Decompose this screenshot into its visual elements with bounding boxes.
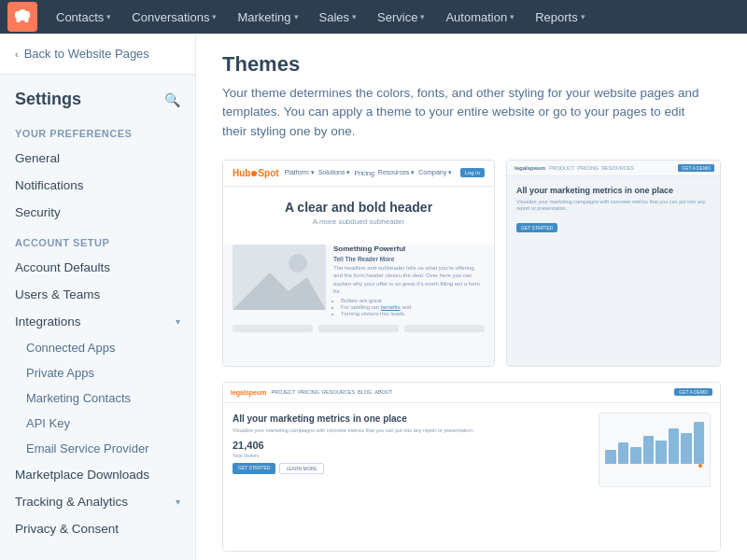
bar-5 — [655, 441, 667, 464]
preview-right-cta-btn: GET A DEMO — [678, 164, 714, 172]
chart-highlight-dot — [698, 464, 702, 468]
service-chevron: ▾ — [420, 12, 425, 21]
theme-row-2: legalspeum PROJECT PRICING RESOURCES BLO… — [222, 382, 721, 552]
svg-point-1 — [289, 254, 307, 273]
footer-bar-1 — [233, 325, 313, 332]
chart-bars — [603, 417, 706, 464]
preview-content: Something Powerful Tell The Reader More … — [223, 245, 494, 318]
automation-chevron: ▾ — [510, 12, 514, 21]
sidebar-header: Settings 🔍 — [0, 75, 195, 117]
hubspot-logo[interactable] — [7, 2, 37, 32]
sidebar-item-marketplace-downloads[interactable]: Marketplace Downloads — [0, 461, 195, 488]
settings-title: Settings — [15, 90, 81, 109]
theme-preview-large: HubSpot Platform ▾ Solutions ▾ Pricing R… — [223, 161, 494, 366]
preview2-secondary-btn: LEARN MORE — [279, 463, 323, 474]
preview2-logo: legalspeum — [231, 389, 267, 396]
nav-item-automation[interactable]: Automation ▾ — [436, 5, 524, 30]
preview2-left: All your marketing metrics in one place … — [233, 413, 589, 487]
bar-8 — [694, 422, 705, 464]
preview-image — [233, 245, 326, 310]
preview-navbar: HubSpot Platform ▾ Solutions ▾ Pricing R… — [223, 161, 494, 187]
back-chevron-icon: ‹ — [15, 49, 19, 60]
sidebar-item-general[interactable]: General — [0, 145, 195, 172]
theme-card-2[interactable]: legalspeum PRODUCT PRICING RESOURCES GET… — [506, 160, 721, 367]
preview-right-badge: GET STARTED — [516, 223, 557, 232]
nav-item-contacts[interactable]: Contacts ▾ — [47, 5, 120, 30]
theme-preview-full: legalspeum PROJECT PRICING RESOURCES BLO… — [223, 383, 720, 551]
preview-right-logo: legalspeum — [514, 165, 545, 171]
sidebar-item-account-defaults[interactable]: Account Defaults — [0, 254, 195, 281]
footer-bar-3 — [404, 325, 485, 332]
sales-chevron: ▾ — [352, 12, 357, 21]
sidebar-item-security[interactable]: Security — [0, 199, 195, 226]
nav-item-service[interactable]: Service ▾ — [368, 5, 434, 30]
sidebar-item-private-apps[interactable]: Private Apps — [0, 360, 195, 385]
theme-grid: HubSpot Platform ▾ Solutions ▾ Pricing R… — [222, 160, 721, 552]
preview2-buttons: GET STARTED LEARN MORE — [233, 463, 589, 474]
sidebar-item-users-teams[interactable]: Users & Teams — [0, 281, 195, 308]
bar-6 — [669, 428, 680, 464]
preview2-primary-btn: GET STARTED — [233, 463, 275, 474]
page-title: Themes — [222, 52, 721, 77]
sidebar-item-email-service-provider[interactable]: Email Service Provider — [0, 436, 195, 461]
preview-logo: HubSpot — [233, 168, 279, 178]
sidebar-item-notifications[interactable]: Notifications — [0, 172, 195, 199]
reports-chevron: ▾ — [581, 12, 585, 21]
sidebar-item-tracking-analytics[interactable]: Tracking & Analytics ▾ — [0, 488, 195, 515]
sidebar: ‹ Back to Website Pages Settings 🔍 Your … — [0, 34, 196, 560]
preview-bullets: Bullets are great For spelling out benef… — [333, 298, 485, 316]
preview-text: Something Powerful Tell The Reader More … — [333, 245, 485, 318]
bar-1 — [605, 450, 616, 464]
top-navigation: Contacts ▾ Conversations ▾ Marketing ▾ S… — [0, 0, 747, 34]
footer-bar-2 — [318, 325, 399, 332]
conversations-chevron: ▾ — [212, 12, 217, 21]
main-content: Themes Your theme determines the colors,… — [196, 34, 747, 560]
theme-row-1: HubSpot Platform ▾ Solutions ▾ Pricing R… — [222, 160, 721, 367]
theme-card-1[interactable]: HubSpot Platform ▾ Solutions ▾ Pricing R… — [222, 160, 495, 367]
preview2-chart — [599, 413, 711, 487]
preview-right-body: All your marketing metrics in one place … — [507, 176, 721, 366]
preview-right-header: legalspeum PRODUCT PRICING RESOURCES GET… — [507, 161, 721, 176]
nav-item-sales[interactable]: Sales ▾ — [310, 5, 367, 30]
sidebar-item-connected-apps[interactable]: Connected Apps — [0, 335, 195, 360]
preview2-navbar: legalspeum PROJECT PRICING RESOURCES BLO… — [223, 383, 720, 403]
back-to-website-pages-button[interactable]: ‹ Back to Website Pages — [0, 34, 195, 75]
account-setup-section: Account Setup — [0, 226, 195, 254]
theme-preview-right: legalspeum PRODUCT PRICING RESOURCES GET… — [507, 161, 721, 366]
search-icon[interactable]: 🔍 — [164, 92, 180, 107]
marketing-chevron: ▾ — [294, 12, 299, 21]
preview-login-btn: Log in — [460, 168, 485, 177]
nav-item-reports[interactable]: Reports ▾ — [526, 5, 595, 30]
theme-card-3[interactable]: legalspeum PROJECT PRICING RESOURCES BLO… — [222, 382, 721, 552]
bar-2 — [618, 442, 629, 464]
preview2-chart-area — [599, 413, 711, 487]
bar-3 — [630, 447, 641, 464]
bar-4 — [643, 436, 655, 464]
nav-item-marketing[interactable]: Marketing ▾ — [228, 5, 307, 30]
sidebar-item-api-key[interactable]: API Key — [0, 411, 195, 436]
sidebar-item-privacy-consent[interactable]: Privacy & Consent — [0, 515, 195, 542]
sidebar-item-marketing-contacts[interactable]: Marketing Contacts — [0, 385, 195, 411]
nav-item-conversations[interactable]: Conversations ▾ — [122, 5, 226, 30]
preview-nav-links: Platform ▾ Solutions ▾ Pricing Resources… — [285, 169, 452, 176]
page-description: Your theme determines the colors, fonts,… — [222, 84, 708, 141]
app-body: ‹ Back to Website Pages Settings 🔍 Your … — [0, 34, 747, 560]
preview2-cta-btn: GET A DEMO — [674, 388, 712, 396]
preview-footer — [223, 317, 494, 340]
tracking-analytics-chevron-icon: ▾ — [176, 497, 180, 507]
preview2-body: All your marketing metrics in one place … — [223, 403, 720, 497]
sidebar-item-integrations[interactable]: Integrations ▾ — [0, 308, 195, 335]
preview-hero: A clear and bold header A more subdued s… — [223, 187, 494, 245]
bar-7 — [681, 433, 692, 464]
contacts-chevron: ▾ — [106, 12, 111, 21]
your-preferences-section: Your Preferences — [0, 117, 195, 145]
integrations-chevron-icon: ▾ — [176, 316, 180, 327]
